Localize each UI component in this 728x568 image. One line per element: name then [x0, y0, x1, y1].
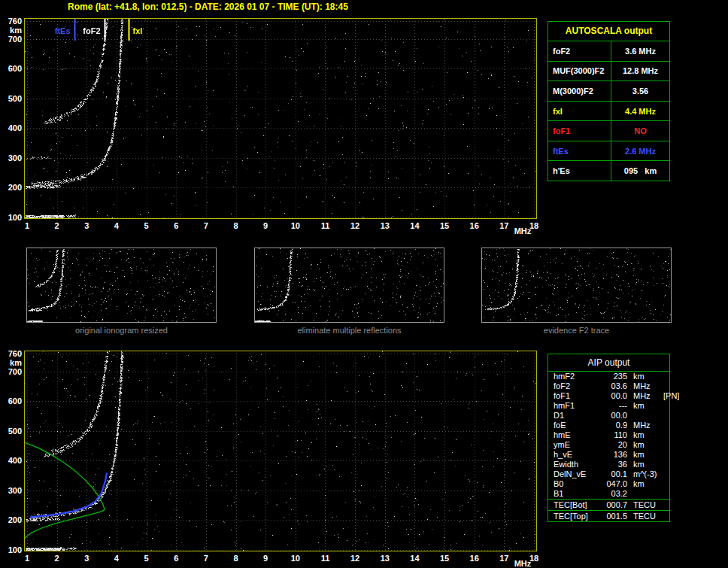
autoscala-row-label: foF1 [548, 121, 611, 141]
x-axis-unit-label: MHz [511, 559, 534, 568]
aip-row-foF1: foF100.0MHz[PN] [548, 391, 669, 401]
aip-row-lbl: foE [554, 421, 597, 430]
aip-row-unit: MHz [627, 391, 663, 401]
aip-row-extra [663, 469, 669, 479]
autoscala-row-value: 12.8 MHz [611, 62, 669, 81]
autoscala-row-h'Es: h'Es095 km [548, 160, 669, 181]
x-axis-tick: 1 [18, 554, 36, 563]
x-axis-tick: 13 [376, 221, 394, 230]
aip-row-lbl: Ewidth [554, 460, 597, 469]
x-axis-tick: 14 [405, 554, 423, 563]
aip-row-val: 001.5 [597, 511, 627, 521]
x-axis-tick: 2 [48, 221, 66, 230]
ionogram-top-canvas [24, 18, 537, 219]
x-axis-tick: 15 [435, 554, 453, 563]
x-axis-tick: 8 [227, 554, 245, 563]
x-axis-tick: 12 [346, 221, 364, 230]
x-axis-tick: 15 [435, 221, 453, 230]
aip-row-lbl: TEC[Top] [554, 511, 597, 521]
x-axis-unit-label: MHz [511, 226, 534, 235]
aip-row-val: 136 [597, 450, 627, 460]
aip-row-lbl: DelN_vE [554, 469, 597, 479]
aip-row-lbl: hmF2 [554, 372, 597, 381]
aip-row-extra [663, 430, 669, 440]
aip-row-lbl: TEC[Bot] [554, 500, 597, 510]
aip-row-extra [663, 479, 669, 489]
x-axis-tick: 7 [197, 554, 215, 563]
aip-row-val: 00.0 [597, 391, 627, 401]
aip-row-extra [663, 381, 669, 391]
aip-row-h_vE: h_vE136km [548, 450, 669, 460]
x-axis-tick: 16 [466, 221, 484, 230]
aip-row-unit: TECU [627, 500, 663, 510]
y-axis-tick: 600 [1, 396, 22, 405]
aip-row-unit: MHz [627, 381, 663, 391]
aip-row-foF2: foF203.6MHz [548, 381, 669, 391]
thumbnail-caption-original: original ionogram resized [26, 326, 217, 335]
autoscala-row-label: foF2 [548, 41, 611, 61]
aip-row-foE: foE0.9MHz [548, 421, 669, 430]
autoscala-row-value: 095 km [611, 161, 669, 181]
aip-row-extra [663, 372, 669, 381]
x-axis-tick: 17 [495, 554, 513, 563]
aip-row-Ewidth: Ewidth36km [548, 460, 669, 469]
aip-row-val: 03.6 [597, 381, 627, 391]
aip-row-lbl: D1 [554, 411, 597, 421]
y-axis-unit-label: km [1, 358, 22, 367]
y-axis-tick: 400 [1, 123, 22, 132]
y-axis-tick: 300 [1, 153, 22, 163]
aip-row-hmE: hmE110km [548, 430, 669, 440]
autoscala-output-title: AUTOSCALA output [548, 22, 669, 41]
aip-row-unit: km [627, 372, 663, 381]
autoscala-output-rows: foF23.6 MHzMUF(3000)F212.8 MHzM(3000)F23… [548, 41, 669, 181]
x-axis-tick: 11 [316, 221, 334, 230]
aip-row-val: 03.2 [597, 489, 627, 499]
x-axis-tick: 16 [466, 554, 484, 563]
aip-row-val: 110 [597, 430, 627, 440]
y-axis-tick: 500 [1, 427, 22, 436]
aip-row-TEC[Bot]: TEC[Bot]000.7TECU [548, 499, 669, 510]
aip-output-table: AIP output hmF2235kmfoF203.6MHzfoF100.0M… [548, 354, 670, 522]
y-axis-tick: 200 [1, 183, 22, 192]
aip-row-extra [663, 511, 669, 521]
aip-row-D1: D100.0 [548, 411, 669, 421]
autoscala-row-label: h'Es [548, 161, 611, 181]
y-axis-tick: 200 [1, 515, 22, 524]
aip-row-val: 047.0 [597, 479, 627, 489]
aip-row-B0: B0047.0km [548, 479, 669, 489]
aip-row-val: 0.9 [597, 421, 627, 430]
aip-row-unit: km [627, 479, 663, 489]
aip-row-lbl: B1 [554, 489, 597, 499]
aip-row-lbl: B0 [554, 479, 597, 489]
y-axis-tick: 760 [1, 349, 22, 358]
thumbnail-eliminate-multiples [254, 248, 444, 323]
x-axis-tick: 7 [197, 221, 215, 230]
aip-output-title: AIP output [548, 354, 669, 372]
x-axis-tick: 9 [256, 221, 275, 230]
x-axis-tick: 13 [376, 554, 394, 563]
autoscala-row-value: 4.4 MHz [611, 102, 669, 121]
y-axis-tick: 400 [1, 456, 22, 465]
aip-row-extra [663, 460, 669, 469]
aip-row-unit: km [627, 460, 663, 469]
autoscala-row-value: 2.6 MHz [611, 141, 669, 161]
y-axis-tick: 300 [1, 486, 22, 495]
x-axis-tick: 12 [346, 554, 364, 563]
x-axis-tick: 4 [108, 221, 126, 230]
x-axis-tick: 17 [495, 221, 513, 230]
aip-row-extra [663, 411, 669, 421]
x-axis-tick: 3 [77, 221, 96, 230]
autoscala-row-label: M(3000)F2 [548, 81, 611, 101]
x-axis-tick: 3 [77, 554, 96, 563]
aip-row-unit: km [627, 430, 663, 440]
y-axis-tick: 700 [1, 35, 22, 44]
x-axis-tick: 14 [405, 221, 423, 230]
autoscala-app-window: Rome (lat: +41.8, lon: 012.5) - DATE: 20… [0, 0, 728, 568]
aip-row-lbl: ymE [554, 440, 597, 450]
aip-row-lbl: hmF1 [554, 401, 597, 411]
aip-row-val: --- [597, 401, 627, 411]
thumbnail-original-ionogram [26, 248, 217, 323]
aip-row-unit [627, 411, 663, 421]
x-axis-tick: 6 [167, 554, 185, 563]
autoscala-row-value: NO [611, 121, 669, 141]
